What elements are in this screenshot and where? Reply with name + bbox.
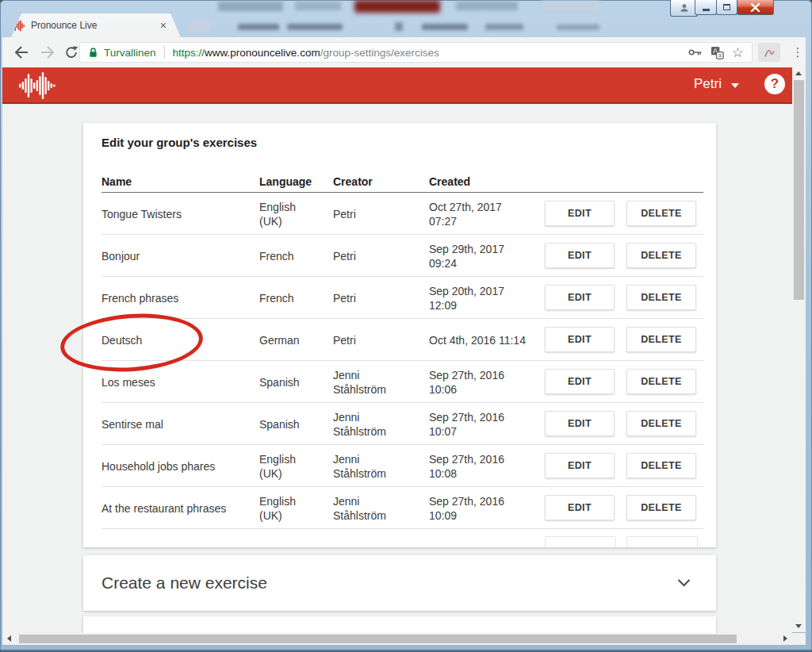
new-tab-button[interactable] [187, 20, 214, 33]
expand-chevron-icon[interactable] [677, 579, 691, 587]
scroll-up-arrow[interactable] [795, 71, 802, 75]
forward-button[interactable] [39, 44, 56, 61]
vertical-scrollbar[interactable] [792, 67, 806, 632]
exercise-created: Sep 27th, 201610:06 [429, 361, 545, 403]
table-row: French phrases French Petri Sep 20th, 20… [83, 277, 716, 319]
maximize-button[interactable] [716, 0, 737, 15]
tab-title: Pronounce Live [31, 20, 160, 31]
exercise-name: Los meses [102, 361, 256, 403]
vertical-scroll-thumb[interactable] [794, 80, 804, 300]
exercise-creator: Petri [333, 277, 400, 319]
url-divider [164, 46, 165, 59]
delete-button[interactable]: DELETE [626, 243, 696, 268]
user-menu[interactable]: Petri [694, 76, 722, 92]
edit-button[interactable]: EDIT [545, 369, 615, 394]
edit-button[interactable]: EDIT [545, 285, 615, 310]
horizontal-scrollbar[interactable] [2, 633, 792, 645]
delete-button[interactable]: DELETE [626, 495, 696, 520]
delete-button[interactable]: DELETE [626, 201, 696, 226]
exercise-creator: Jenni Ståhlström [333, 361, 400, 403]
delete-button[interactable]: DELETE [626, 453, 696, 478]
tab-close-icon[interactable]: × [160, 20, 167, 31]
edit-button[interactable]: EDIT [545, 411, 615, 436]
profile-button[interactable] [670, 0, 698, 17]
scrollbar-corner [792, 633, 806, 645]
delete-button[interactable]: DELETE [626, 285, 696, 310]
acrobat-glyph [763, 46, 776, 59]
table-row: At the restaurant phrases English (UK) J… [83, 487, 716, 529]
back-icon [13, 45, 29, 59]
scroll-left-arrow[interactable] [7, 635, 11, 642]
exercise-creator: Jenni Ståhlström [333, 403, 400, 445]
edit-button[interactable]: EDIT [545, 327, 615, 352]
exercise-language: English (UK) [259, 193, 310, 235]
background-blur [542, 1, 600, 11]
exercise-language: French [259, 277, 310, 319]
partial-delete-button[interactable] [626, 536, 698, 547]
password-key-icon[interactable] [688, 47, 703, 58]
edit-button[interactable]: EDIT [545, 453, 615, 478]
column-header-created: Created [429, 175, 470, 188]
table-row: Los meses Spanish Jenni Ståhlström Sep 2… [83, 361, 716, 403]
app-logo-waveform-icon[interactable] [19, 72, 59, 102]
exercise-created: Oct 27th, 201707:27 [429, 193, 545, 235]
url-host: www.pronouncelive.com [205, 47, 320, 59]
background-blur [485, 24, 523, 30]
back-button[interactable] [13, 44, 30, 61]
browser-toolbar: Turvallinen https://www.pronouncelive.co… [2, 37, 806, 67]
chevron-down-icon[interactable] [731, 83, 739, 88]
waveform-favicon [11, 20, 25, 32]
exercise-language: English (UK) [259, 445, 310, 487]
exercise-created: Oct 4th, 2016 11:14 [429, 319, 545, 361]
edit-button[interactable]: EDIT [545, 201, 615, 226]
background-blur [287, 24, 343, 30]
pdf-extension-icon[interactable] [758, 43, 780, 62]
browser-window: Pronounce Live × Turvallinen [0, 0, 812, 652]
exercise-language: French [259, 235, 310, 277]
table-body: Tongue Twisters English (UK) Petri Oct 2… [83, 193, 716, 529]
horizontal-scroll-thumb[interactable] [19, 635, 737, 643]
background-blur [354, 0, 440, 13]
create-exercise-section[interactable]: Create a new exercise [83, 555, 716, 611]
help-button[interactable]: ? [764, 74, 785, 94]
browser-tab[interactable]: Pronounce Live × [11, 13, 181, 37]
exercise-creator: Petri [333, 319, 400, 361]
translate-icon[interactable]: A a [710, 46, 724, 59]
page-content: Edit your group's exercises Name Languag… [2, 104, 792, 633]
table-row: Household jobs phares English (UK) Jenni… [83, 445, 716, 487]
edit-button[interactable]: EDIT [545, 243, 615, 268]
exercise-creator: Jenni Ståhlström [333, 487, 400, 529]
delete-button[interactable]: DELETE [626, 411, 696, 436]
url-path: /group-settings/exercises [320, 47, 439, 59]
exercise-language: Spanish [259, 361, 310, 403]
forward-icon [40, 45, 56, 59]
edit-button[interactable]: EDIT [545, 495, 615, 520]
address-bar[interactable]: Turvallinen https://www.pronouncelive.co… [79, 42, 753, 63]
minimize-icon [703, 9, 710, 11]
column-header-language: Language [259, 175, 312, 188]
minimize-button[interactable] [695, 0, 717, 15]
background-blur [218, 2, 283, 11]
delete-button[interactable]: DELETE [626, 327, 696, 352]
exercise-created: Sep 29th, 201709:24 [429, 235, 545, 277]
reload-icon [64, 45, 79, 59]
background-blur [422, 24, 468, 30]
bookmark-star-icon[interactable]: ☆ [732, 46, 744, 59]
secure-lock-icon [87, 46, 99, 59]
close-window-button[interactable] [737, 0, 774, 15]
security-label: Turvallinen [104, 47, 156, 59]
exercise-name: Household jobs phares [102, 445, 256, 487]
background-blur [557, 25, 599, 30]
partial-edit-button[interactable] [545, 536, 616, 547]
person-icon [679, 2, 690, 13]
scroll-down-arrow[interactable] [795, 624, 802, 628]
exercise-language: English (UK) [259, 487, 310, 529]
scroll-right-arrow[interactable] [783, 635, 787, 642]
browser-menu-icon[interactable]: ⋮ [791, 43, 804, 62]
table-row: Bonjour French Petri Sep 29th, 201709:24… [83, 235, 716, 277]
partial-card [83, 616, 716, 633]
reload-button[interactable] [63, 44, 80, 61]
exercise-created: Sep 20th, 201712:09 [429, 277, 545, 319]
exercise-name: Sentirse mal [102, 403, 256, 445]
delete-button[interactable]: DELETE [626, 369, 696, 394]
